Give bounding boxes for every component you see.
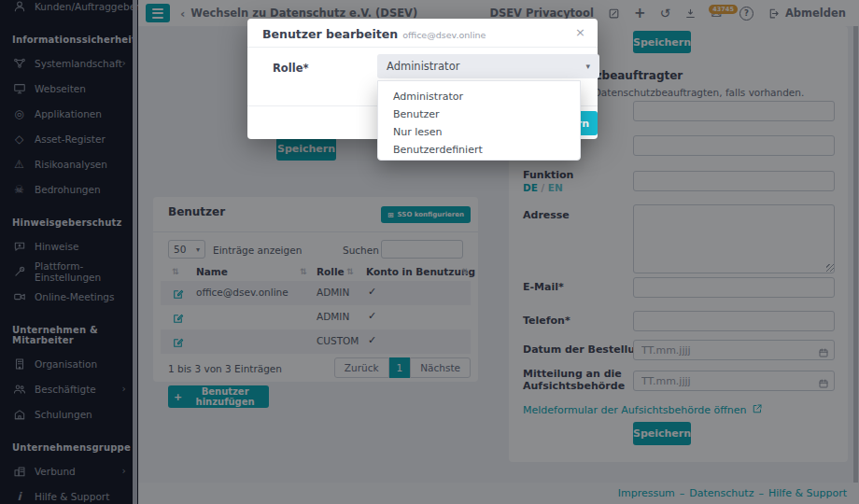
modal-subtitle: office@dsev.online <box>402 30 486 40</box>
app-window: Kunden/Auftraggeber Informationssicherhe… <box>0 0 859 504</box>
modal-title: Benutzer bearbeitenoffice@dsev.online <box>262 27 486 41</box>
close-icon[interactable]: × <box>575 25 585 39</box>
role-option-benutzer[interactable]: Benutzer <box>378 105 580 123</box>
role-option-benutzerdefiniert[interactable]: Benutzerdefiniert <box>378 141 580 159</box>
divider <box>247 47 598 48</box>
role-label: Rolle* <box>273 63 308 75</box>
caret-down-icon: ▾ <box>585 62 590 71</box>
role-option-nur-lesen[interactable]: Nur lesen <box>378 123 580 141</box>
role-option-administrator[interactable]: Administrator <box>378 88 580 105</box>
role-dropdown: Administrator Benutzer Nur lesen Benutze… <box>377 80 581 161</box>
role-select[interactable]: Administrator ▾ <box>377 54 599 78</box>
